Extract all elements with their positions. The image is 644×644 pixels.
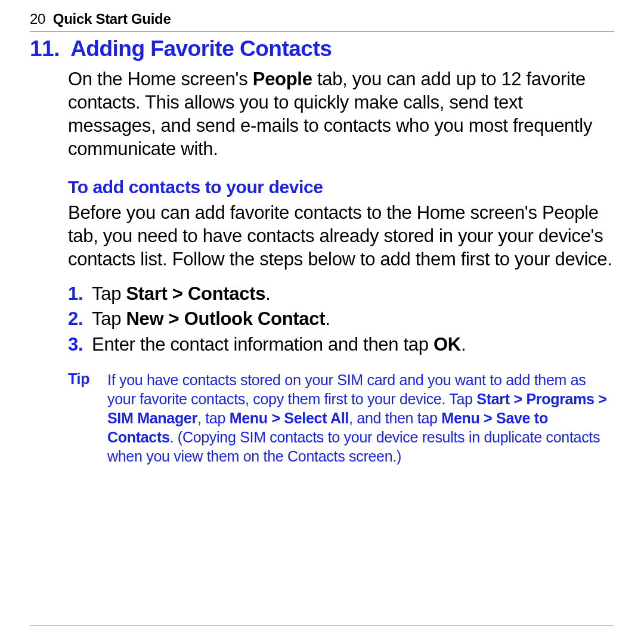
book-title: Quick Start Guide	[53, 11, 171, 27]
body-paragraph: Before you can add favorite contacts to …	[30, 201, 614, 271]
step-item: 3. Enter the contact information and the…	[68, 332, 614, 357]
step-number: 1.	[68, 281, 92, 306]
sub-heading: To add contacts to your device	[30, 177, 614, 197]
section-number: 11.	[30, 36, 60, 61]
step-item: 1. Tap Start > Contacts.	[68, 281, 614, 306]
step-text: Tap New > Outlook Contact.	[92, 306, 614, 332]
tip-body: If you have contacts stored on your SIM …	[107, 370, 608, 466]
step-text: Enter the contact information and then t…	[92, 332, 614, 357]
section-title: Adding Favorite Contacts	[70, 36, 332, 61]
page-number: 20	[30, 11, 45, 27]
step-list: 1. Tap Start > Contacts. 2. Tap New > Ou…	[30, 281, 614, 357]
step-number: 3.	[68, 332, 92, 357]
step-text: Tap Start > Contacts.	[92, 281, 614, 306]
tip-block: Tip If you have contacts stored on your …	[30, 370, 614, 466]
step-item: 2. Tap New > Outlook Contact.	[68, 306, 614, 332]
intro-paragraph: On the Home screen's People tab, you can…	[30, 67, 614, 160]
footer-rule	[30, 626, 614, 626]
section-heading: 11. Adding Favorite Contacts	[30, 36, 614, 61]
tip-label: Tip	[68, 370, 107, 466]
step-number: 2.	[68, 306, 92, 332]
page-header: 20 Quick Start Guide	[30, 11, 614, 32]
